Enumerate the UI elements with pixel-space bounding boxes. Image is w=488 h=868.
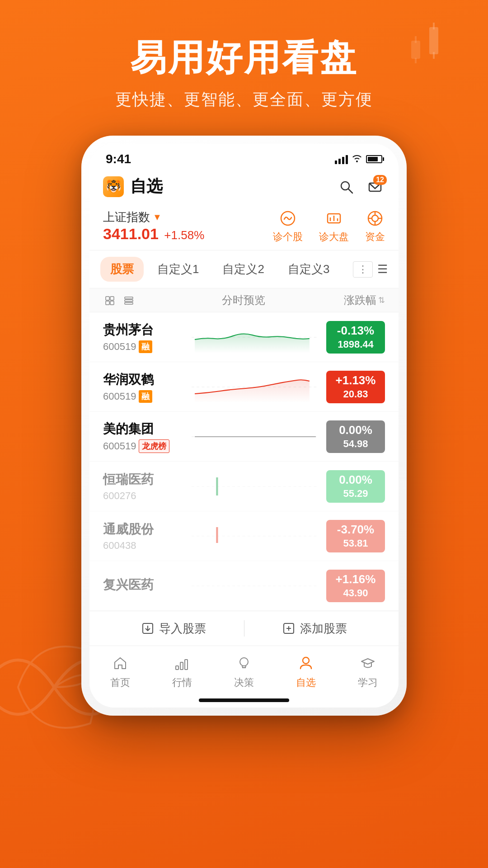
bottom-nav: 首页 行情 决策 自选 (89, 646, 399, 694)
stock-code: 600276 (103, 490, 136, 502)
tab-custom3[interactable]: 自定义3 (278, 257, 339, 282)
chart-col-header: 分时预览 (143, 293, 344, 307)
battery-icon (366, 155, 382, 163)
app-title: 自选 (130, 175, 336, 198)
hero-subtitle: 更快捷、更智能、更全面、更方便 (0, 89, 488, 111)
action-label: 诊大盘 (319, 230, 349, 244)
stock-change: 0.00% 55.29 (326, 470, 385, 503)
nav-watchlist[interactable]: 自选 (275, 653, 337, 689)
svg-rect-20 (106, 297, 109, 300)
stock-row[interactable]: 华润双鹤 600519 融 (89, 362, 399, 412)
add-stocks-button[interactable]: 添加股票 (244, 621, 385, 637)
nav-learn[interactable]: 学习 (337, 653, 399, 689)
stock-info: 华润双鹤 600519 融 (103, 371, 184, 403)
svg-rect-41 (180, 662, 183, 670)
stock-code-row: 600519 融 (103, 390, 184, 403)
svg-point-45 (303, 657, 309, 664)
stock-name: 复兴医药 (103, 576, 184, 594)
add-label: 添加股票 (300, 621, 347, 637)
stock-tag: 融 (139, 390, 152, 403)
hero-section: 易用好用看盘 更快捷、更智能、更全面、更方便 (0, 0, 488, 111)
tab-custom1[interactable]: 自定义1 (147, 257, 209, 282)
bottom-actions: 导入股票 添加股票 (89, 611, 399, 646)
signal-icon (335, 154, 348, 164)
import-label: 导入股票 (159, 621, 206, 637)
tab-collapse-icon[interactable]: ⋮ (353, 261, 373, 278)
action-diagnose-market[interactable]: 诊大盘 (319, 208, 349, 244)
funds-icon (365, 208, 385, 228)
stock-code: 600519 (103, 341, 136, 353)
search-button[interactable] (336, 177, 356, 197)
home-indicator-container (89, 698, 399, 708)
tab-stocks[interactable]: 股票 (100, 257, 144, 282)
stock-change: -3.70% 53.81 (326, 520, 385, 552)
list-view-icon[interactable] (103, 293, 117, 307)
home-icon (110, 653, 130, 673)
stock-row[interactable]: 美的集团 600519 龙虎榜 0.00% (89, 412, 399, 462)
index-change: +1.58% (164, 228, 204, 242)
nav-market-label: 行情 (172, 676, 192, 689)
stock-name: 通威股份 (103, 521, 184, 538)
svg-line-7 (348, 189, 352, 193)
index-value: 3411.01 (103, 225, 159, 242)
svg-rect-25 (125, 300, 133, 302)
bulb-icon (234, 653, 254, 673)
tab-more: ⋮ ☰ (353, 261, 388, 278)
svg-point-15 (372, 215, 378, 222)
tabs-bar: 股票 自定义1 自定义2 自定义3 ⋮ ☰ (89, 250, 399, 288)
column-headers: 分时预览 涨跌幅 ⇅ (89, 288, 399, 312)
index-value-row: 3411.01 +1.58% (103, 225, 273, 243)
index-actions: 诊个股 诊大盘 资金 (273, 208, 385, 244)
stock-chart (192, 321, 319, 353)
stock-row[interactable]: 恒瑞医药 600276 0.00% 55.29 (89, 462, 399, 511)
stock-code-row: 600438 (103, 540, 184, 552)
svg-point-43 (240, 658, 248, 666)
change-price: 20.83 (343, 388, 368, 400)
stock-code-row: 600519 融 (103, 340, 184, 353)
stock-list: 贵州茅台 600519 融 (89, 312, 399, 611)
phone-mockup: 9:41 (81, 136, 407, 716)
stock-info: 美的集团 600519 龙虎榜 (103, 420, 184, 453)
action-diagnose-stock[interactable]: 诊个股 (273, 208, 303, 244)
view-toggle (103, 293, 136, 307)
action-label: 诊个股 (273, 230, 303, 244)
nav-decision-label: 决策 (234, 676, 254, 689)
notification-button[interactable]: 12 (365, 177, 385, 197)
nav-market[interactable]: 行情 (151, 653, 213, 689)
stock-code: 600438 (103, 540, 136, 552)
stock-code: 600519 (103, 440, 136, 452)
change-price: 54.98 (343, 438, 368, 450)
nav-decision[interactable]: 决策 (213, 653, 275, 689)
tab-custom2[interactable]: 自定义2 (212, 257, 274, 282)
svg-rect-22 (106, 301, 109, 305)
stock-info: 恒瑞医药 600276 (103, 471, 184, 502)
nav-watchlist-label: 自选 (296, 676, 316, 689)
change-price: 1898.44 (338, 339, 374, 350)
svg-rect-40 (176, 666, 178, 670)
stock-name: 华润双鹤 (103, 371, 184, 388)
stock-chart (192, 471, 319, 502)
nav-home[interactable]: 首页 (89, 653, 151, 689)
cap-icon (358, 653, 378, 673)
change-price: 43.90 (343, 587, 368, 599)
stock-row[interactable]: 复兴医药 +1.16% 43.90 (89, 561, 399, 611)
grid-view-icon[interactable] (122, 293, 136, 307)
stock-row[interactable]: 通威股份 600438 -3.70% 53.81 (89, 511, 399, 561)
diagnose-stock-icon (278, 208, 298, 228)
stock-chart (192, 421, 319, 453)
stock-chart (192, 520, 319, 552)
stock-tag: 融 (139, 340, 152, 353)
svg-rect-26 (125, 302, 133, 304)
notification-badge: 12 (373, 175, 387, 185)
app-logo: 🐯 (103, 176, 124, 197)
action-funds[interactable]: 资金 (365, 208, 385, 244)
import-stocks-button[interactable]: 导入股票 (103, 621, 244, 637)
change-col-header: 涨跌幅 ⇅ (344, 293, 385, 307)
hero-title: 易用好用看盘 (0, 36, 488, 80)
stock-row[interactable]: 贵州茅台 600519 融 (89, 312, 399, 362)
tab-menu-icon[interactable]: ☰ (377, 262, 388, 276)
change-price: 53.81 (343, 538, 368, 549)
person-icon (296, 653, 316, 673)
stock-info: 复兴医药 (103, 576, 184, 595)
header-actions: 12 (336, 177, 385, 197)
